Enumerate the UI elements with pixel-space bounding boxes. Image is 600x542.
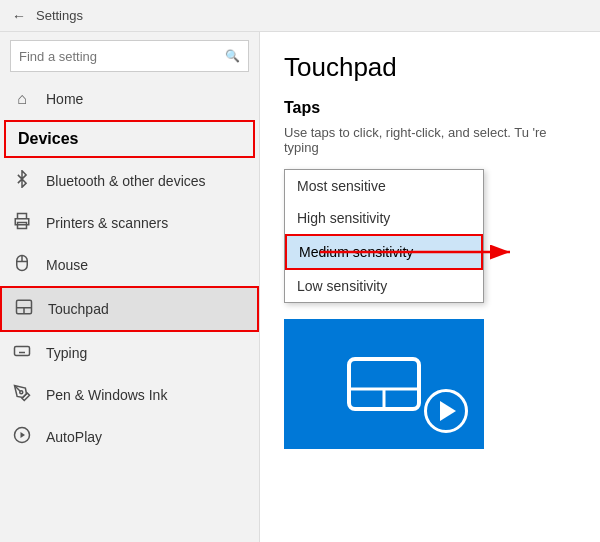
sidebar-item-pen[interactable]: Pen & Windows Ink [0,374,259,416]
bluetooth-icon [12,170,32,192]
pen-icon [12,384,32,406]
sensitivity-dropdown[interactable]: Most sensitive High sensitivity Medium s… [284,169,484,303]
svg-point-14 [20,391,23,394]
dropdown-list: Most sensitive High sensitivity Medium s… [284,169,484,303]
back-button[interactable]: ← [12,8,26,24]
play-button[interactable] [424,389,468,433]
home-icon: ⌂ [12,90,32,108]
content-area: Touchpad Taps Use taps to click, right-c… [260,32,600,542]
play-triangle-icon [440,401,456,421]
sidebar-item-autoplay-label: AutoPlay [46,429,102,445]
search-box[interactable]: 🔍 [10,40,249,72]
dropdown-item-medium-sensitivity[interactable]: Medium sensitivity [285,234,483,270]
sidebar-item-autoplay[interactable]: AutoPlay [0,416,259,458]
dropdown-item-most-sensitive[interactable]: Most sensitive [285,170,483,202]
page-title: Touchpad [284,52,576,83]
svg-marker-16 [21,432,26,438]
sidebar-item-typing-label: Typing [46,345,87,361]
sidebar-item-mouse-label: Mouse [46,257,88,273]
touchpad-icon [14,298,34,320]
sidebar-item-typing[interactable]: Typing [0,332,259,374]
keyboard-icon [12,342,32,364]
sidebar-item-home-label: Home [46,91,83,107]
sidebar-item-touchpad-label: Touchpad [48,301,109,317]
autoplay-icon [12,426,32,448]
search-icon: 🔍 [225,49,240,63]
touchpad-video-icon [344,354,424,414]
sidebar-item-touchpad[interactable]: Touchpad [0,286,259,332]
title-bar-title: Settings [36,8,83,23]
title-bar: ← Settings [0,0,600,32]
sidebar-item-bluetooth[interactable]: Bluetooth & other devices [0,160,259,202]
svg-rect-8 [15,347,30,356]
mouse-icon [12,254,32,276]
sidebar-item-pen-label: Pen & Windows Ink [46,387,167,403]
video-thumbnail[interactable] [284,319,484,449]
devices-label-text: Devices [18,130,79,148]
sidebar-item-mouse[interactable]: Mouse [0,244,259,286]
main-layout: 🔍 ⌂ Home Devices Bluetooth & other devic… [0,32,600,542]
dropdown-item-high-sensitivity[interactable]: High sensitivity [285,202,483,234]
description-text: Use taps to click, right-click, and sele… [284,125,576,155]
sidebar-item-printers[interactable]: Printers & scanners [0,202,259,244]
dropdown-item-low-sensitivity[interactable]: Low sensitivity [285,270,483,302]
sidebar-devices-section: Devices [4,120,255,158]
sidebar-item-home[interactable]: ⌂ Home [0,80,259,118]
sidebar-item-printers-label: Printers & scanners [46,215,168,231]
printer-icon [12,212,32,234]
section-title: Taps [284,99,576,117]
sidebar: 🔍 ⌂ Home Devices Bluetooth & other devic… [0,32,260,542]
sidebar-item-bluetooth-label: Bluetooth & other devices [46,173,206,189]
search-input[interactable] [19,49,225,64]
